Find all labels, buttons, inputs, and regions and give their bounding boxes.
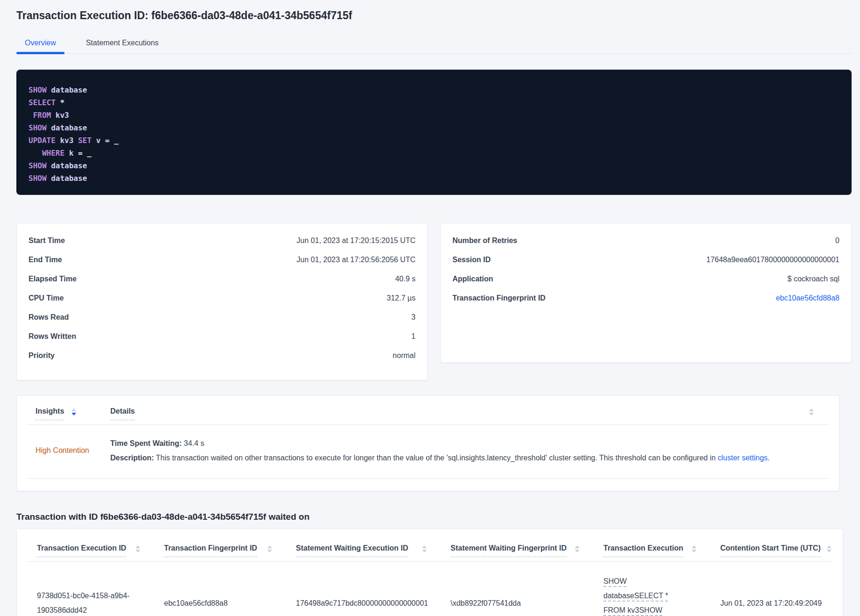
cell-statement-waiting-fingerprint-id: \xdb8922f077541dda (440, 596, 593, 610)
waited-on-section-heading: Transaction with ID f6be6366-da03-48de-a… (16, 512, 852, 522)
row-value: 3 (411, 313, 416, 322)
sql-identifier: k (64, 149, 73, 158)
summary-row-session-id: Session ID 17648a9eea6017800000000000000… (452, 256, 839, 275)
summary-row-application: Application $ cockroach sql (452, 275, 839, 294)
session-summary-card: Number of Retries 0 Session ID 17648a9ee… (440, 223, 852, 363)
column-header-label[interactable]: Transaction Execution ID (37, 544, 126, 557)
sort-up-arrow-icon (72, 408, 76, 411)
sort-toggle-icon[interactable] (136, 545, 140, 552)
sql-identifier: database (47, 86, 87, 94)
sort-toggle-icon[interactable] (827, 545, 831, 552)
sort-up-arrow-icon (422, 545, 427, 548)
waiting-label: Time Spent Waiting: (110, 439, 182, 447)
sql-line: SELECT * (29, 96, 838, 109)
sort-down-arrow-icon (692, 550, 696, 552)
column-header-label[interactable]: Statement Waiting Fingerprint ID (451, 544, 566, 557)
sql-line: SHOW database (29, 122, 838, 134)
insights-header-label[interactable]: Insights (36, 407, 64, 420)
sql-line: WHERE k = _ (29, 147, 838, 159)
row-value: 0 (835, 236, 839, 245)
sql-line: FROM kv3 (29, 109, 838, 122)
transaction-execution-statement-link[interactable]: SHOW databaseSELECT * FROM kv3SHOW datab… (603, 574, 684, 616)
cell-value: Jun 01, 2023 at 17:20:49:2049 (720, 596, 822, 610)
sort-up-arrow-icon (136, 545, 140, 548)
insights-card-footer-space (26, 479, 830, 491)
sql-keyword: SET (73, 136, 92, 145)
column-header-transaction-fingerprint-id: Transaction Fingerprint ID (153, 544, 285, 557)
row-label: End Time (29, 256, 62, 264)
sort-toggle-icon[interactable] (692, 545, 696, 552)
details-header-label: Details (110, 407, 135, 420)
sql-keyword: UPDATE (29, 136, 56, 145)
row-value: Jun 01, 2023 at 17:20:56:2056 UTC (297, 256, 416, 264)
column-header-label[interactable]: Transaction Fingerprint ID (164, 544, 257, 557)
cell-contention-start-time: Jun 01, 2023 at 17:20:49:2049 (710, 596, 833, 610)
sql-identifier: kv3 (51, 111, 69, 120)
sql-line: SHOW database (29, 159, 838, 172)
cell-statement-waiting-execution-id: 176498a9c717bdc80000000000000001 (285, 596, 440, 610)
sort-down-arrow-icon (72, 413, 76, 415)
sql-line: UPDATE kv3 SET v = _ (29, 134, 838, 147)
tab-bar: Overview Statement Executions (16, 34, 852, 54)
sort-up-arrow-icon (827, 545, 831, 548)
column-header-transaction-execution: Transaction Execution (593, 544, 710, 557)
sort-up-arrow-icon (267, 545, 272, 548)
page-title: Transaction Execution ID: f6be6366-da03-… (16, 9, 852, 22)
sort-toggle-icon[interactable] (809, 408, 814, 415)
cell-transaction-execution-id: 9738d051-bc0e-4158-a9b4-1903586ddd42 (26, 588, 153, 616)
cluster-settings-link[interactable]: cluster settings (718, 454, 768, 462)
row-value: 312.7 µs (387, 294, 416, 302)
insight-details: Time Spent Waiting: 34.4 s Description: … (101, 436, 830, 465)
sort-toggle-icon[interactable] (575, 545, 580, 552)
tab-overview[interactable]: Overview (16, 34, 64, 53)
tab-statement-executions[interactable]: Statement Executions (78, 34, 167, 53)
summary-row-retries: Number of Retries 0 (452, 236, 839, 256)
sql-operator: = _ (73, 149, 92, 158)
sort-toggle-icon[interactable] (72, 408, 76, 415)
waited-on-table-card: Transaction Execution ID Transaction Fin… (16, 529, 843, 616)
row-label: Start Time (29, 236, 65, 245)
row-label: CPU Time (29, 294, 64, 302)
sql-operator: = _ (100, 136, 119, 145)
cell-value: 9738d051-bc0e-4158-a9b4-1903586ddd42 (37, 588, 144, 616)
sql-keyword: SHOW (29, 86, 47, 94)
sql-identifier: database (47, 174, 87, 183)
sql-keyword: SELECT (29, 98, 56, 107)
waited-on-table-row: 9738d051-bc0e-4158-a9b4-1903586ddd42 ebc… (26, 562, 833, 616)
row-label: Priority (29, 351, 55, 360)
transaction-fingerprint-link[interactable]: ebc10ae56cfd88a8 (776, 294, 839, 302)
summary-row-rows-written: Rows Written 1 (29, 332, 416, 351)
sql-keyword: SHOW (29, 161, 47, 170)
sort-down-arrow-icon (267, 550, 272, 552)
summary-row-transaction-fingerprint-id: Transaction Fingerprint ID ebc10ae56cfd8… (452, 294, 839, 313)
sort-up-arrow-icon (575, 545, 580, 548)
row-label: Rows Written (29, 332, 76, 341)
summary-row-priority: Priority normal (29, 351, 416, 371)
sql-operator: * (56, 98, 64, 107)
column-header-statement-waiting-fingerprint-id: Statement Waiting Fingerprint ID (440, 544, 593, 557)
sort-up-arrow-icon (809, 408, 814, 411)
timing-summary-card: Start Time Jun 01, 2023 at 17:20:15:2015… (16, 223, 428, 380)
cell-value: 176498a9c717bdc80000000000000001 (296, 596, 428, 610)
column-header-label[interactable]: Contention Start Time (UTC) (720, 544, 821, 557)
summary-row-cpu-time: CPU Time 312.7 µs (29, 294, 416, 313)
row-value: Jun 01, 2023 at 17:20:15:2015 UTC (297, 236, 416, 245)
cell-value: ebc10ae56cfd88a8 (164, 596, 228, 610)
row-label: Rows Read (29, 313, 69, 322)
waited-on-table-header: Transaction Execution ID Transaction Fin… (26, 534, 833, 562)
sql-identifier: database (47, 161, 87, 170)
column-header-contention-start-time: Contention Start Time (UTC) (710, 544, 833, 557)
high-contention-badge: High Contention (26, 446, 101, 455)
summary-row-start-time: Start Time Jun 01, 2023 at 17:20:15:2015… (29, 236, 416, 256)
sort-toggle-icon[interactable] (422, 545, 427, 552)
column-header-label[interactable]: Statement Waiting Execution ID (296, 544, 408, 557)
sort-toggle-icon[interactable] (267, 545, 272, 552)
column-header-label[interactable]: Transaction Execution (603, 544, 683, 557)
description-label: Description: (110, 454, 154, 462)
row-value: 40.9 s (395, 275, 416, 283)
time-spent-waiting-line: Time Spent Waiting: 34.4 s (110, 436, 830, 451)
sort-down-arrow-icon (575, 550, 580, 552)
sql-keyword: SHOW (29, 123, 47, 132)
waiting-value: 34.4 s (184, 439, 204, 447)
sort-down-arrow-icon (809, 413, 814, 415)
